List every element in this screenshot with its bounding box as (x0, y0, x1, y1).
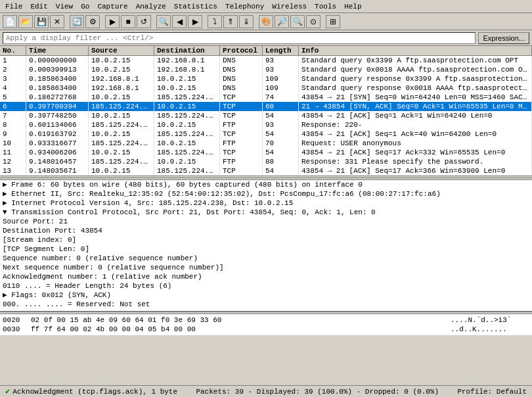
forward-btn[interactable]: ▶ (188, 15, 202, 28)
reload-btn[interactable]: 🔄 (70, 15, 84, 28)
bottom-btn[interactable]: ⇓ (239, 15, 254, 28)
restart-btn[interactable]: ↺ (137, 15, 151, 28)
find-btn[interactable]: 🔍 (156, 15, 171, 28)
detail-line[interactable]: [Stream index: 0] (0, 235, 532, 245)
detail-line[interactable]: [TCP Segment Len: 0] (0, 245, 532, 254)
close-btn[interactable]: ✕ (50, 15, 64, 28)
col-header-time[interactable]: Time (26, 46, 89, 55)
hex-ascii: ....N.`d..>i3` (451, 315, 529, 325)
detail-line[interactable]: ▶ Frame 6: 60 bytes on wire (480 bits), … (0, 180, 532, 189)
table-row[interactable]: 40.185863400192.168.8.110.0.2.15DNS109St… (0, 83, 532, 93)
detail-line[interactable]: Next sequence number: 0 (relative sequen… (0, 263, 532, 272)
options-btn[interactable]: ⚙ (85, 15, 100, 28)
hex-offset: 0020 (3, 315, 26, 325)
top-btn[interactable]: ⇑ (223, 15, 238, 28)
open-btn[interactable]: 📂 (18, 15, 33, 28)
table-row[interactable]: 129.148016457185.125.224.23810.0.2.15FTP… (0, 157, 532, 166)
display-filter-input[interactable] (3, 32, 476, 44)
detail-line[interactable]: ▼ Transmission Control Protocol, Src Por… (0, 208, 532, 217)
table-row[interactable]: 80.601134066185.125.224.23810.0.2.15FTP9… (0, 120, 532, 129)
hex-offset: 0030 (3, 325, 26, 334)
resize-btn[interactable]: ⊞ (326, 15, 340, 28)
detail-line[interactable]: 000. .... .... = Reserved: Not set (0, 300, 532, 309)
table-row[interactable]: 100.933316677185.125.224.23810.0.2.15FTP… (0, 139, 532, 148)
table-row[interactable]: 50.18627276810.0.2.15185.125.224.238TCP7… (0, 93, 532, 102)
normal-size-btn[interactable]: ⊙ (306, 15, 321, 28)
col-header-info[interactable]: Info (299, 46, 532, 55)
detail-line[interactable]: ▶ Internet Protocol Version 4, Src: 185.… (0, 198, 532, 208)
color-btn[interactable]: 🎨 (259, 15, 273, 28)
status-icon: ✔ (5, 386, 10, 396)
col-header-proto[interactable]: Protocol (220, 46, 263, 55)
table-row[interactable]: 10.00000000010.0.2.15192.168.8.1DNS93Sta… (0, 56, 532, 65)
back-btn[interactable]: ◀ (172, 15, 187, 28)
detail-line[interactable]: 0110 .... = Header Length: 24 bytes (6) (0, 281, 532, 291)
zoom-out-btn[interactable]: 🔍 (290, 15, 305, 28)
hex-row: 0030ff 7f 64 00 02 4b 00 00 04 05 b4 00 … (3, 325, 529, 334)
detail-line[interactable]: Source Port: 21 (0, 217, 532, 226)
table-row[interactable]: 20.00039991310.0.2.15192.168.8.1DNS93Sta… (0, 65, 532, 74)
detail-line[interactable]: Acknowledgment number: 1 (relative ack n… (0, 272, 532, 281)
menu-view[interactable]: View (52, 1, 77, 12)
packet-detail: ▶ Frame 6: 60 bytes on wire (480 bits), … (0, 180, 532, 312)
menu-help[interactable]: Help (340, 1, 365, 12)
new-capture-btn[interactable]: 📄 (3, 15, 17, 28)
menu-go[interactable]: Go (77, 1, 93, 12)
table-row[interactable]: 90.61916379210.0.2.15185.125.224.238TCP5… (0, 129, 532, 139)
main-content: No. Time Source Destination Protocol Len… (0, 46, 532, 385)
table-row[interactable]: 139.14803567110.0.2.15185.125.224.238TCP… (0, 166, 532, 175)
col-header-dest[interactable]: Destination (154, 46, 220, 55)
detail-line[interactable]: Sequence number: 0 (relative sequence nu… (0, 254, 532, 263)
goto-btn[interactable]: ⤵ (208, 15, 222, 28)
menu-statistics[interactable]: Statistics (170, 1, 221, 12)
col-header-len[interactable]: Length (263, 46, 299, 55)
status-message: Acknowledgment (tcp.flags.ack), 1 byte (12, 388, 177, 396)
status-stats: Packets: 39 · Displayed: 39 (100.0%) · D… (196, 388, 439, 396)
hex-bytes[interactable]: ff 7f 64 00 02 4b 00 00 04 05 b4 00 00 (31, 325, 445, 334)
col-header-source[interactable]: Source (89, 46, 154, 55)
packet-detail-section: ▶ Frame 6: 60 bytes on wire (480 bits), … (0, 180, 532, 312)
menu-tools[interactable]: Tools (311, 1, 340, 12)
status-profile: Profile: Default (457, 388, 527, 396)
detail-line[interactable]: ▶ Flags: 0x012 (SYN, ACK) (0, 291, 532, 300)
table-row[interactable]: 70.39774825010.0.2.15185.125.224.238TCP5… (0, 111, 532, 120)
stop-capture-btn[interactable]: ■ (121, 15, 135, 28)
status-left: ✔ Acknowledgment (tcp.flags.ack), 1 byte (5, 386, 177, 396)
packet-list-header: No. Time Source Destination Protocol Len… (0, 46, 532, 56)
status-bar: ✔ Acknowledgment (tcp.flags.ack), 1 byte… (0, 385, 532, 397)
expression-button[interactable]: Expression... (478, 32, 529, 44)
detail-line[interactable]: Destination Port: 43854 (0, 226, 532, 235)
menu-wireless[interactable]: Wireless (268, 1, 311, 12)
save-btn[interactable]: 💾 (34, 15, 49, 28)
detail-line[interactable]: ▶ Ethernet II, Src: Realteku_12:35:02 (5… (0, 189, 532, 198)
hex-ascii: ..d..K....... (451, 325, 529, 334)
menu-capture[interactable]: Capture (93, 1, 131, 12)
menu-edit[interactable]: Edit (26, 1, 51, 12)
start-capture-btn[interactable]: ▶ (105, 15, 120, 28)
menu-telephony[interactable]: Telephony (221, 1, 268, 12)
menu-analyze[interactable]: Analyze (132, 1, 170, 12)
filter-bar: Expression... (0, 30, 532, 46)
hex-section: 002002 0f 00 15 ab 4e 09 60 64 01 f0 3e … (0, 314, 532, 385)
table-row[interactable]: 60.397700394185.125.224.23810.0.2.15TCP6… (0, 102, 532, 111)
packet-list: No. Time Source Destination Protocol Len… (0, 46, 532, 176)
packet-rows: 10.00000000010.0.2.15192.168.8.1DNS93Sta… (0, 56, 532, 175)
hex-row: 002002 0f 00 15 ab 4e 09 60 64 01 f0 3e … (3, 315, 529, 325)
col-header-no[interactable]: No. (0, 46, 26, 55)
menubar: File Edit View Go Capture Analyze Statis… (0, 0, 532, 13)
packet-list-section: No. Time Source Destination Protocol Len… (0, 46, 532, 177)
toolbar: 📄 📂 💾 ✕ 🔄 ⚙ ▶ ■ ↺ 🔍 ◀ ▶ ⤵ ⇑ ⇓ 🎨 🔎 🔍 ⊙ ⊞ (0, 13, 532, 30)
table-row[interactable]: 30.185863400192.168.8.110.0.2.15DNS109St… (0, 74, 532, 83)
table-row[interactable]: 110.93400620610.0.2.15185.125.224.238TCP… (0, 148, 532, 157)
zoom-in-btn[interactable]: 🔎 (275, 15, 289, 28)
hex-dump: 002002 0f 00 15 ab 4e 09 60 64 01 f0 3e … (0, 314, 532, 335)
menu-file[interactable]: File (1, 1, 26, 12)
hex-bytes[interactable]: 02 0f 00 15 ab 4e 09 60 64 01 f0 3e 69 3… (31, 315, 445, 325)
